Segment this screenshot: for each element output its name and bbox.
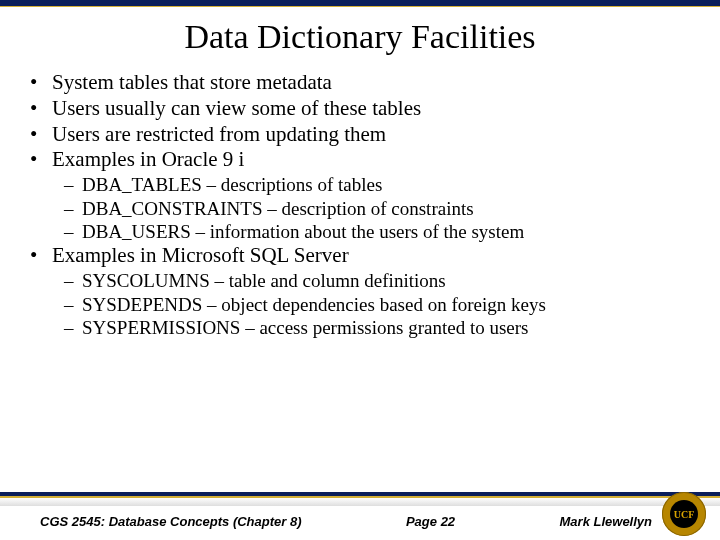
bullet-list: System tables that store metadata Users … [18,70,690,173]
sub-bullet-item: DBA_TABLES – descriptions of tables [18,173,690,196]
footer-text: CGS 2545: Database Concepts (Chapter 8) … [0,508,720,534]
ucf-logo-icon: UCF [662,492,706,536]
bullet-item: System tables that store metadata [18,70,690,96]
bullet-item: Users are restricted from updating them [18,122,690,148]
bullet-item: Examples in Microsoft SQL Server [18,243,690,269]
sub-bullet-list: SYSCOLUMNS – table and column definition… [18,269,690,339]
footer-course: CGS 2545: Database Concepts (Chapter 8) [40,514,302,529]
sub-bullet-item: SYSDEPENDS – object dependencies based o… [18,293,690,316]
bullet-item: Examples in Oracle 9 i [18,147,690,173]
slide-title: Data Dictionary Facilities [0,18,720,56]
footer-author: Mark Llewellyn [560,514,652,529]
footer-page: Page 22 [406,514,455,529]
top-rule [0,0,720,7]
sub-bullet-item: DBA_CONSTRAINTS – description of constra… [18,197,690,220]
slide-content: System tables that store metadata Users … [0,70,720,339]
footer: CGS 2545: Database Concepts (Chapter 8) … [0,492,720,540]
sub-bullet-item: SYSPERMISSIONS – access permissions gran… [18,316,690,339]
footer-divider [0,492,720,506]
sub-bullet-list: DBA_TABLES – descriptions of tables DBA_… [18,173,690,243]
sub-bullet-item: DBA_USERS – information about the users … [18,220,690,243]
logo-text: UCF [674,509,695,520]
bullet-item: Users usually can view some of these tab… [18,96,690,122]
sub-bullet-item: SYSCOLUMNS – table and column definition… [18,269,690,292]
bullet-list: Examples in Microsoft SQL Server [18,243,690,269]
